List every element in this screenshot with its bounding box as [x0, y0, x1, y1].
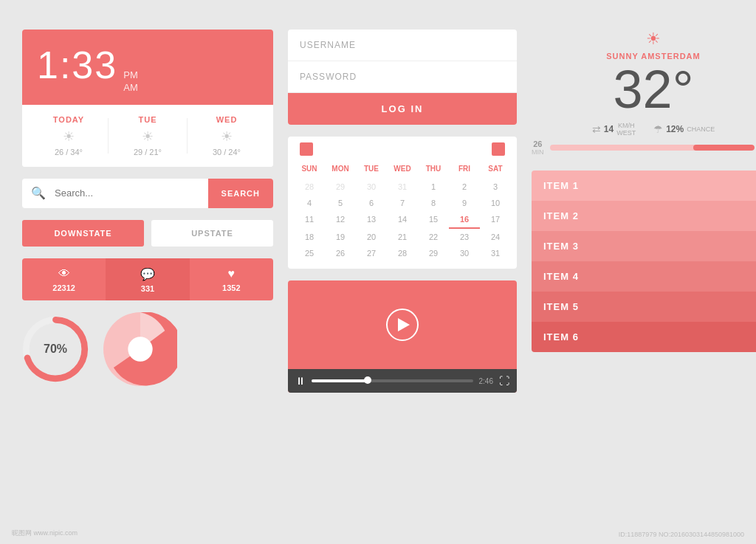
- donut-chart: 70%: [22, 316, 89, 382]
- clock-pm: PM: [123, 69, 138, 82]
- cal-cell[interactable]: 15: [418, 211, 449, 229]
- cal-cell[interactable]: 28: [294, 179, 325, 195]
- column-2: USERNAME PASSWORD LOG IN SUN MON TUE WED…: [288, 30, 517, 514]
- cal-cell[interactable]: 3: [480, 179, 511, 195]
- password-field[interactable]: PASSWORD: [288, 61, 517, 93]
- rain-value: 12%: [666, 124, 684, 134]
- cal-day-wed: WED: [387, 162, 418, 176]
- list-item-5[interactable]: ITEM 5: [532, 292, 756, 322]
- column-1: 1:33 PM AM TODAY ☀ 26 / 34° TUE ☀ 29 / 2…: [22, 30, 273, 514]
- cal-cell[interactable]: 29: [325, 179, 356, 195]
- weather-day-name-wed: WED: [188, 115, 266, 124]
- cal-cell[interactable]: 4: [294, 195, 325, 211]
- weather-rain: ☂ 12% CHANCE: [653, 122, 715, 137]
- stat-likes: ♥ 1352: [190, 258, 273, 300]
- cal-cell[interactable]: 20: [356, 229, 387, 245]
- video-area[interactable]: [288, 280, 517, 369]
- cal-cell[interactable]: 31: [387, 179, 418, 195]
- cal-cell[interactable]: 2: [449, 179, 480, 195]
- upstate-button[interactable]: UPSTATE: [151, 220, 273, 247]
- cal-cell[interactable]: 6: [356, 195, 387, 211]
- cal-cell[interactable]: 25: [294, 245, 325, 261]
- cal-cell[interactable]: 1: [418, 179, 449, 195]
- search-button[interactable]: SEARCH: [208, 179, 273, 208]
- cal-day-thu: THU: [418, 162, 449, 176]
- downstate-button[interactable]: DOWNSTATE: [22, 220, 144, 247]
- cal-cell[interactable]: 21: [387, 229, 418, 245]
- weather-today: TODAY ☀ 26 / 34°: [30, 115, 108, 156]
- search-input[interactable]: [55, 187, 208, 199]
- cal-cell[interactable]: 24: [480, 229, 511, 245]
- play-button[interactable]: [386, 309, 419, 341]
- pie-chart: [103, 312, 177, 386]
- calendar-grid: 28 29 30 31 1 2 3 4 5 6 7 8 9 10 11 12 1…: [288, 179, 517, 269]
- list-item-4[interactable]: ITEM 4: [532, 261, 756, 292]
- screen-icon[interactable]: ⛶: [499, 375, 509, 387]
- cal-cell[interactable]: 13: [356, 211, 387, 229]
- video-player: ⏸ 2:46 ⛶: [288, 280, 517, 393]
- watermark: 昵图网 www.nipic.com: [12, 528, 78, 538]
- cal-cell[interactable]: 27: [356, 245, 387, 261]
- cal-cell[interactable]: 10: [480, 195, 511, 211]
- wind-unit: KM/HWEST: [616, 122, 636, 137]
- list-widget: ITEM 1 ITEM 2 ITEM 3 ITEM 4 ITEM 5 ITEM …: [532, 171, 756, 352]
- charts-row: 70%: [22, 312, 273, 386]
- pause-icon[interactable]: ⏸: [295, 375, 306, 387]
- cal-cell[interactable]: 18: [294, 229, 325, 245]
- calendar-header: [288, 137, 517, 156]
- calendar-tab-left[interactable]: [300, 142, 313, 156]
- cal-cell[interactable]: 7: [387, 195, 418, 211]
- temp-min-text: MIN: [532, 148, 544, 156]
- progress-fill: [312, 379, 368, 382]
- calendar-tab-right[interactable]: [492, 142, 505, 156]
- temp-bar: [550, 145, 755, 151]
- rain-icon: ☂: [653, 123, 663, 135]
- column-3: ☀ SUNNY AMSTERDAM 32° ⇄ 14 KM/HWEST ☂ 12…: [532, 30, 756, 514]
- list-item-2[interactable]: ITEM 2: [532, 201, 756, 231]
- button-row: DOWNSTATE UPSTATE: [22, 220, 273, 247]
- weather-tue: TUE ☀ 29 / 21°: [109, 115, 187, 156]
- video-time: 2:46: [479, 377, 493, 385]
- list-item-6[interactable]: ITEM 6: [532, 322, 756, 352]
- weather-wind: ⇄ 14 KM/HWEST: [592, 122, 636, 137]
- play-icon: [398, 318, 410, 331]
- weather-wed: WED ☀ 30 / 24°: [188, 115, 266, 156]
- cal-cell[interactable]: 29: [418, 245, 449, 261]
- clock-top: 1:33 PM AM: [22, 30, 273, 105]
- cal-cell[interactable]: 26: [325, 245, 356, 261]
- stat-comments: 💬 331: [106, 258, 189, 300]
- cal-cell[interactable]: 8: [418, 195, 449, 211]
- list-item-1[interactable]: ITEM 1: [532, 171, 756, 201]
- heart-icon: ♥: [196, 267, 267, 280]
- weather-day-name-tue: TUE: [109, 115, 187, 124]
- cal-cell[interactable]: 5: [325, 195, 356, 211]
- weather-details: ⇄ 14 KM/HWEST ☂ 12% CHANCE: [532, 122, 756, 137]
- stat-comments-value: 331: [111, 284, 183, 293]
- cal-cell[interactable]: 30: [356, 179, 387, 195]
- cal-cell[interactable]: 30: [449, 245, 480, 261]
- cal-cell-highlight[interactable]: 16: [449, 211, 480, 229]
- cal-cell[interactable]: 12: [325, 211, 356, 229]
- cal-cell[interactable]: 9: [449, 195, 480, 211]
- main-container: 1:33 PM AM TODAY ☀ 26 / 34° TUE ☀ 29 / 2…: [0, 0, 756, 544]
- temp-bar-fill: [693, 145, 755, 151]
- rain-label: CHANCE: [687, 125, 715, 133]
- username-field[interactable]: USERNAME: [288, 30, 517, 61]
- cal-cell[interactable]: 14: [387, 211, 418, 229]
- video-controls: ⏸ 2:46 ⛶: [288, 369, 517, 393]
- cal-cell[interactable]: 11: [294, 211, 325, 229]
- temp-min-label: 26 MIN: [532, 140, 544, 156]
- login-button[interactable]: LOG IN: [288, 93, 517, 125]
- cal-cell[interactable]: 31: [480, 245, 511, 261]
- cal-cell[interactable]: 19: [325, 229, 356, 245]
- list-item-3[interactable]: ITEM 3: [532, 231, 756, 261]
- progress-bar[interactable]: [312, 379, 473, 382]
- calendar-widget: SUN MON TUE WED THU FRI SAT 28 29 30 31 …: [288, 137, 517, 269]
- stat-views-value: 22312: [28, 283, 100, 292]
- cal-cell[interactable]: 22: [418, 229, 449, 245]
- weather-sun-tue: ☀: [109, 128, 187, 145]
- cal-cell[interactable]: 28: [387, 245, 418, 261]
- stat-likes-value: 1352: [196, 283, 267, 292]
- cal-cell[interactable]: 17: [480, 211, 511, 229]
- cal-cell[interactable]: 23: [449, 229, 480, 245]
